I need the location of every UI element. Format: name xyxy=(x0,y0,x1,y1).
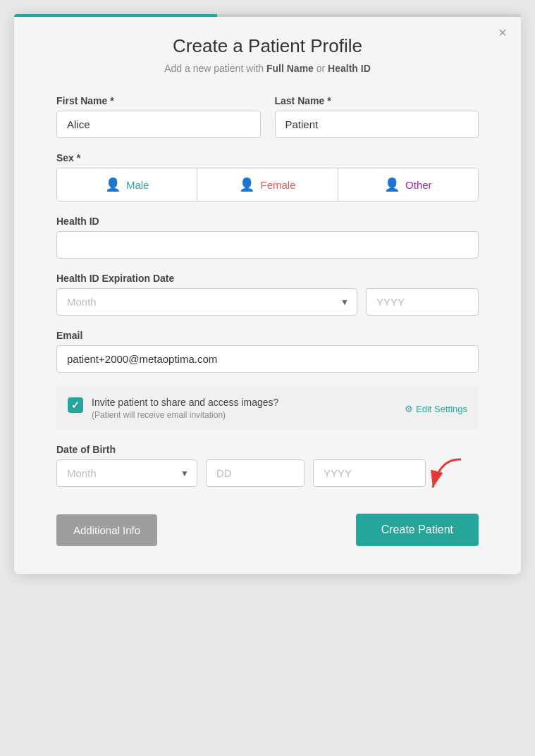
progress-done xyxy=(14,14,217,17)
invite-box: Invite patient to share and access image… xyxy=(56,387,479,430)
subtitle-or: or xyxy=(314,63,328,74)
female-label: Female xyxy=(260,179,295,191)
email-label: Email xyxy=(56,330,479,341)
sex-other-button[interactable]: 👤 Other xyxy=(338,168,478,201)
dob-yyyy-input[interactable] xyxy=(313,459,426,487)
sex-male-button[interactable]: 👤 Male xyxy=(57,168,197,201)
female-icon: 👤 xyxy=(239,177,254,192)
last-name-input[interactable] xyxy=(275,111,479,138)
create-patient-modal: × Create a Patient Profile Add a new pat… xyxy=(14,14,521,574)
health-id-group: Health ID xyxy=(56,216,479,259)
edit-settings-link[interactable]: ⚙ Edit Settings xyxy=(405,403,467,414)
dob-month-wrapper: Month January February March April May J… xyxy=(56,459,197,487)
close-button[interactable]: × xyxy=(498,25,507,39)
male-icon: 👤 xyxy=(105,177,121,192)
first-name-label: First Name * xyxy=(56,95,261,106)
dob-label: Date of Birth xyxy=(56,444,479,455)
action-row: Additional Info Create Patient xyxy=(56,514,479,546)
expiry-year-wrapper xyxy=(366,288,479,316)
dob-row: Month January February March April May J… xyxy=(56,459,479,487)
gear-icon: ⚙ xyxy=(405,403,413,414)
male-label: Male xyxy=(126,179,149,191)
name-row: First Name * Last Name * xyxy=(56,95,479,138)
health-id-expiry-group: Health ID Expiration Date Month January … xyxy=(56,273,479,316)
last-name-label: Last Name * xyxy=(275,95,479,106)
dob-yyyy-wrapper xyxy=(313,459,426,487)
subtitle-prefix: Add a new patient with xyxy=(164,63,266,74)
invite-checkbox[interactable] xyxy=(68,397,83,413)
email-input[interactable] xyxy=(56,345,479,373)
other-icon: 👤 xyxy=(384,177,400,192)
sex-group: Sex * 👤 Male 👤 Female 👤 Other xyxy=(56,152,479,202)
expiry-year-input[interactable] xyxy=(366,288,479,316)
additional-info-button[interactable]: Additional Info xyxy=(56,514,157,546)
dob-month-select[interactable]: Month January February March April May J… xyxy=(56,459,197,487)
first-name-group: First Name * xyxy=(56,95,261,138)
sex-label: Sex * xyxy=(56,152,479,163)
progress-rest xyxy=(217,14,521,17)
sex-options: 👤 Male 👤 Female 👤 Other xyxy=(56,168,479,202)
progress-bar xyxy=(14,14,521,17)
modal-title: Create a Patient Profile xyxy=(56,35,479,57)
edit-settings-label: Edit Settings xyxy=(416,403,467,414)
dob-dd-input[interactable] xyxy=(206,459,305,487)
health-id-label: Health ID xyxy=(56,216,479,227)
arrow-indicator xyxy=(419,452,475,509)
modal-subtitle: Add a new patient with Full Name or Heal… xyxy=(56,63,479,74)
health-id-input[interactable] xyxy=(56,231,479,259)
first-name-input[interactable] xyxy=(56,111,261,138)
sex-female-button[interactable]: 👤 Female xyxy=(197,168,338,201)
other-label: Other xyxy=(405,179,432,191)
subtitle-full-name: Full Name xyxy=(266,63,314,74)
expiry-month-wrapper: Month January February March April May J… xyxy=(56,288,357,316)
subtitle-health-id: Health ID xyxy=(328,63,371,74)
email-group: Email xyxy=(56,330,479,373)
health-id-expiry-label: Health ID Expiration Date xyxy=(56,273,479,284)
create-patient-button[interactable]: Create Patient xyxy=(356,514,479,546)
expiry-date-row: Month January February March April May J… xyxy=(56,288,479,316)
dob-group: Date of Birth Month January February Mar… xyxy=(56,444,479,507)
expiry-month-select[interactable]: Month January February March April May J… xyxy=(56,288,357,316)
last-name-group: Last Name * xyxy=(275,95,479,138)
